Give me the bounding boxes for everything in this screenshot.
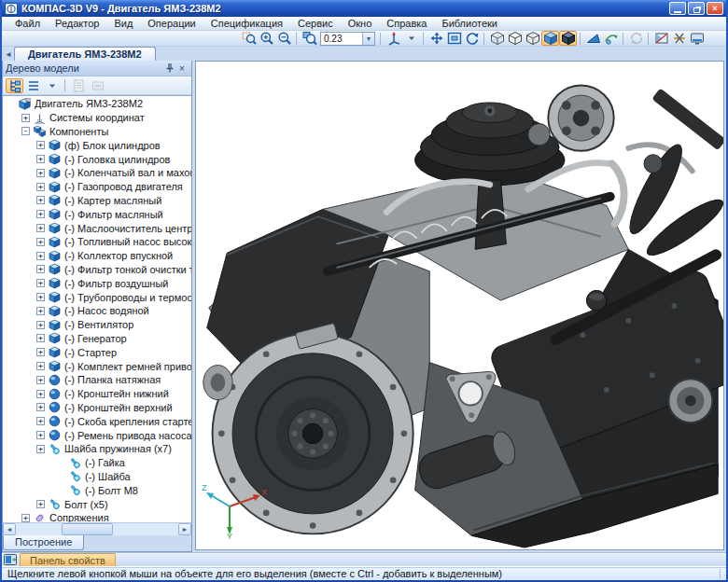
expander-icon[interactable]: + (36, 196, 45, 204)
menu-view[interactable]: Вид (106, 17, 140, 30)
expander-icon[interactable]: + (36, 183, 45, 191)
tree-item[interactable]: + (-) Насос водяной (3, 304, 191, 318)
viewport-3d[interactable]: X Y Z (195, 61, 724, 550)
expander-icon[interactable]: + (36, 403, 45, 411)
orientation-button[interactable] (385, 31, 402, 46)
expander-icon[interactable]: + (36, 362, 45, 370)
tree-item[interactable]: (-) Гайка (3, 456, 191, 470)
tree-horizontal-scrollbar[interactable]: ◄ ► (3, 522, 191, 535)
tree-item[interactable]: + (-) Стартер (3, 345, 191, 359)
property-panel-tab[interactable]: Панель свойств (20, 553, 116, 566)
expander-icon[interactable]: + (36, 141, 45, 149)
scroll-left-button[interactable]: ◄ (3, 523, 16, 535)
tree-item[interactable]: + (-) Планка натяжная (3, 373, 191, 387)
tree-item[interactable]: + (-) Ремень привода насоса водяного (3, 428, 191, 442)
hidden-lines-thin-button[interactable] (524, 31, 541, 46)
document-tab[interactable]: Двигатель ЯМЗ-238М2 (14, 47, 156, 61)
simplified-display-button[interactable] (602, 31, 620, 46)
panel-close-button[interactable]: × (175, 62, 189, 75)
chevron-down-icon[interactable]: ▾ (362, 33, 374, 45)
tree-item[interactable]: (-) Шайба (3, 470, 191, 484)
perspective-button[interactable] (584, 31, 602, 46)
tree-item[interactable]: + Шайба пружинная (x7) (3, 442, 191, 456)
zoom-out-button[interactable] (275, 31, 293, 46)
tree-item[interactable]: + (-) Фильтр масляный (3, 207, 191, 221)
tree-item[interactable]: + (-) Фильтр воздушный (3, 276, 191, 290)
tree-item[interactable]: + Системы координат (3, 111, 191, 125)
orientation-dropdown[interactable] (402, 31, 420, 46)
scroll-right-button[interactable]: ► (178, 523, 191, 535)
tree-item[interactable]: + (-) Коленчатый вал и маховик (3, 166, 191, 180)
zoom-frame-button[interactable] (445, 31, 463, 46)
expander-icon[interactable]: + (36, 500, 45, 508)
tree-item[interactable]: + (-) Трубопроводы и термостаты системы … (3, 290, 191, 304)
tree-item[interactable]: + (-) Картер масляный (3, 194, 191, 208)
expander-icon[interactable]: + (36, 431, 45, 439)
tree-item[interactable]: + (-) Фильтр тонкой очистки топлива (3, 263, 191, 277)
expander-icon[interactable]: + (36, 155, 45, 163)
menu-libraries[interactable]: Библиотеки (434, 17, 505, 30)
tree-item[interactable]: + (-) Скоба крепления стартера (3, 414, 191, 428)
expander-icon[interactable]: + (36, 307, 45, 315)
zoom-window-button[interactable] (240, 31, 258, 46)
expander-icon[interactable]: + (36, 376, 45, 384)
relations-button[interactable] (89, 78, 106, 93)
expander-icon[interactable]: + (36, 210, 45, 218)
wireframe-button[interactable] (488, 31, 506, 46)
tree-item[interactable]: + (-) Кронштейн верхний (3, 401, 191, 415)
tree-structure-button[interactable] (6, 78, 23, 93)
expander-icon[interactable]: + (36, 169, 45, 177)
pan-button[interactable] (427, 31, 445, 46)
engine-3d-model[interactable] (196, 62, 723, 549)
tree-item[interactable]: (-) Болт М8 (3, 483, 191, 497)
scrollbar-thumb[interactable] (62, 523, 114, 535)
hide-elements-button[interactable] (670, 31, 688, 46)
close-button[interactable]: × (707, 2, 723, 15)
expander-icon[interactable]: + (36, 417, 45, 425)
report-button[interactable] (70, 78, 88, 93)
tree-item[interactable]: + Сопряжения (3, 511, 191, 522)
menu-window[interactable]: Окно (341, 17, 380, 30)
pin-button[interactable] (162, 62, 175, 75)
tree-item[interactable]: + (-) Газопровод двигателя (3, 180, 191, 194)
menu-service[interactable]: Сервис (290, 17, 341, 30)
tree-item[interactable]: + (-) Маслоочиститель центробежный (3, 221, 191, 235)
expander-icon[interactable]: + (21, 514, 30, 522)
minimize-button[interactable] (669, 2, 686, 15)
expander-icon[interactable]: + (36, 252, 45, 260)
hidden-lines-button[interactable] (506, 31, 524, 46)
expander-icon[interactable]: + (36, 348, 45, 356)
menu-specification[interactable]: Спецификация (203, 17, 290, 30)
properties-display-button[interactable] (688, 31, 706, 46)
tree-item[interactable]: + (-) Генератор (3, 332, 191, 346)
zoom-in-button[interactable] (258, 31, 275, 46)
zoom-selected-button[interactable] (301, 31, 318, 46)
composition-dropdown[interactable] (43, 78, 61, 93)
tab-construction[interactable]: Построение (3, 535, 84, 550)
tree-item[interactable]: + (-) Вентилятор (3, 318, 191, 332)
shaded-wireframe-button[interactable] (559, 31, 577, 46)
expander-icon[interactable]: + (36, 265, 45, 273)
menu-help[interactable]: Справка (379, 17, 434, 30)
tree-item[interactable]: Двигатель ЯМЗ-238М2 (3, 97, 191, 111)
expander-icon[interactable]: + (36, 238, 45, 246)
rotate-button[interactable] (463, 31, 481, 46)
expander-icon[interactable]: + (36, 390, 45, 398)
tree-item[interactable]: + (-) Топливный насос высокого давления … (3, 235, 191, 249)
expander-icon[interactable]: + (36, 224, 45, 232)
expander-icon[interactable]: + (36, 445, 45, 453)
menu-file[interactable]: Файл (7, 17, 48, 30)
expander-icon[interactable]: - (21, 127, 30, 135)
expander-icon[interactable]: + (36, 321, 45, 329)
scrollbar-track[interactable] (16, 523, 178, 535)
section-display-button[interactable] (652, 31, 670, 46)
menu-operations[interactable]: Операции (140, 17, 203, 30)
tree-item[interactable]: + Болт (x5) (3, 497, 191, 511)
expander-icon[interactable]: + (36, 293, 45, 301)
restore-button[interactable] (688, 2, 705, 15)
menu-editor[interactable]: Редактор (48, 17, 106, 30)
shaded-button[interactable] (541, 31, 559, 46)
expander-icon[interactable]: + (21, 114, 30, 122)
rebuild-button[interactable] (627, 31, 645, 46)
tree-item[interactable]: + (-) Комплект ремней привода генератора (3, 359, 191, 373)
